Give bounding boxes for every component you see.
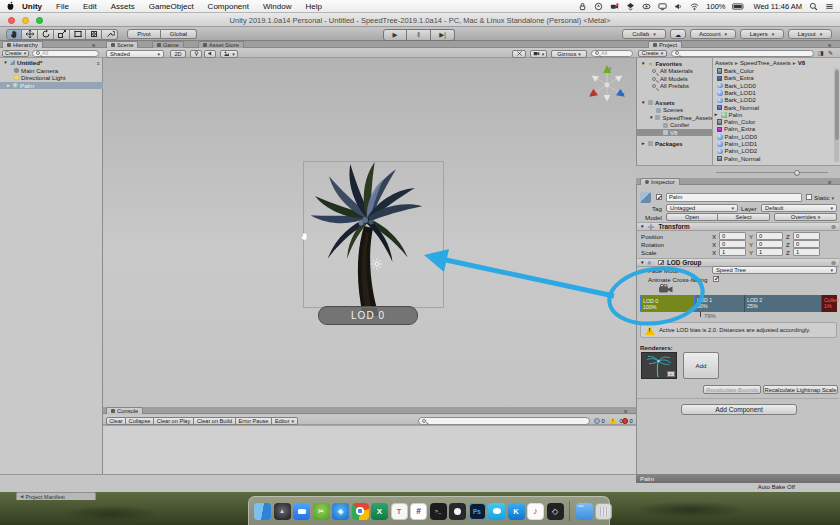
- draw-mode-dropdown[interactable]: Shaded: [106, 50, 164, 58]
- tab-game[interactable]: Game: [152, 41, 184, 48]
- zoom-icon[interactable]: [293, 503, 310, 520]
- dropbox-icon[interactable]: [626, 2, 635, 11]
- recalculate-bounds-button[interactable]: Recalculate Bounds: [703, 385, 761, 394]
- play-button[interactable]: ▶: [383, 29, 407, 41]
- menu-file[interactable]: File: [49, 2, 76, 11]
- airplay-display-icon[interactable]: [658, 2, 667, 11]
- wifi-icon[interactable]: [690, 2, 699, 11]
- messages-icon[interactable]: [488, 503, 505, 520]
- transform-component-header[interactable]: ▼ Transform ⊛: [637, 222, 839, 231]
- lock-icon[interactable]: [578, 2, 587, 11]
- eye-icon[interactable]: [642, 2, 651, 11]
- auto-bake-status[interactable]: Auto Bake Off: [700, 484, 795, 490]
- account-button[interactable]: Account: [690, 29, 736, 39]
- disclosure-closed-icon[interactable]: ►: [641, 141, 646, 146]
- breadcrumb-v8[interactable]: V8: [798, 60, 805, 66]
- project-file-list[interactable]: Assets ▸ SpeedTree_Assets ▸ V8 Bark_Colo…: [712, 58, 840, 165]
- file-row[interactable]: ►Palm: [713, 111, 837, 118]
- gameobject-name-field[interactable]: Palm: [666, 193, 802, 202]
- model-select-button[interactable]: Select: [718, 213, 770, 221]
- sun-gizmo-icon[interactable]: [371, 258, 383, 270]
- breadcrumb-speedtree[interactable]: SpeedTree_Assets: [740, 60, 791, 66]
- breadcrumb-assets[interactable]: Assets: [715, 60, 733, 66]
- github-desktop-icon[interactable]: [449, 503, 466, 520]
- fade-mode-dropdown[interactable]: Speed Tree: [712, 266, 837, 274]
- layers-button[interactable]: Layers: [740, 29, 784, 39]
- battery-icon[interactable]: [732, 2, 746, 11]
- disclosure-open-icon[interactable]: ▼: [640, 224, 644, 229]
- hierarchy-scene-row[interactable]: ▼ Untitled* ≡: [0, 59, 103, 67]
- menu-edit[interactable]: Edit: [76, 2, 104, 11]
- keynote-icon[interactable]: [508, 503, 525, 520]
- slack-icon[interactable]: [410, 503, 427, 520]
- console-info-badge[interactable]: 0: [594, 417, 605, 425]
- console-warning-badge[interactable]: 0: [608, 417, 623, 425]
- tab-scene[interactable]: Scene: [106, 41, 138, 48]
- music-icon[interactable]: [527, 503, 544, 520]
- hierarchy-panel[interactable]: ▼ Untitled* ≡ Main Camera Directional Li…: [0, 58, 103, 474]
- camera-recording-icon[interactable]: [610, 2, 619, 11]
- file-row[interactable]: Palm_Extra: [717, 126, 835, 133]
- global-toggle-button[interactable]: Global: [161, 29, 197, 39]
- collab-button[interactable]: Collab: [622, 29, 666, 39]
- project-breadcrumb[interactable]: Assets ▸ SpeedTree_Assets ▸ V8: [715, 59, 839, 66]
- project-create-button[interactable]: Create: [638, 50, 667, 58]
- culled-bar-segment[interactable]: Culled 1%: [822, 295, 837, 312]
- menu-component[interactable]: Component: [201, 2, 256, 11]
- unity-icon[interactable]: [547, 503, 564, 520]
- project-scrollbar-thumb[interactable]: [835, 70, 839, 140]
- lod2-bar-segment[interactable]: LOD 2 25%: [745, 295, 822, 312]
- project-folder-speedtree[interactable]: ▼SpeedTree_Assets: [637, 114, 713, 121]
- scale-x-field[interactable]: 1: [719, 248, 746, 256]
- thumbnail-size-slider[interactable]: [716, 172, 828, 173]
- disclosure-open-icon[interactable]: ▼: [641, 100, 646, 105]
- tag-dropdown[interactable]: Untagged: [666, 204, 738, 212]
- active-checkbox[interactable]: [656, 194, 662, 200]
- launchpad-icon[interactable]: [274, 503, 291, 520]
- safari-icon[interactable]: [332, 503, 349, 520]
- menu-help[interactable]: Help: [298, 2, 328, 11]
- background-window-title[interactable]: ◀Project Manifest: [16, 492, 96, 500]
- add-renderer-button[interactable]: Add: [683, 352, 719, 379]
- menu-app-name[interactable]: Unity: [15, 2, 49, 11]
- sync-icon[interactable]: [594, 2, 603, 11]
- disclosure-open-icon[interactable]: ▼: [3, 60, 8, 65]
- rotation-y-field[interactable]: 0: [756, 240, 783, 248]
- tab-asset-store[interactable]: Asset Store: [198, 41, 244, 48]
- remove-renderer-button[interactable]: −: [667, 371, 675, 377]
- console-collapse-button[interactable]: Collapse: [126, 417, 154, 425]
- console-editor-dropdown[interactable]: Editor: [272, 417, 298, 425]
- disclosure-closed-icon[interactable]: ►: [6, 83, 11, 88]
- custom-tool-button[interactable]: [102, 29, 118, 40]
- menu-assets[interactable]: Assets: [104, 2, 142, 11]
- project-folder-conifer[interactable]: Conifer: [637, 122, 713, 129]
- scene-effects-toggle[interactable]: [220, 50, 238, 58]
- disclosure-open-icon[interactable]: ▼: [640, 260, 644, 265]
- lod-camera-playhead-icon[interactable]: [658, 284, 674, 294]
- file-row[interactable]: Bark_Color: [717, 68, 835, 75]
- project-folder-scenes[interactable]: Scenes: [637, 107, 713, 114]
- tab-console[interactable]: Console: [106, 407, 143, 414]
- hierarchy-item-directional-light[interactable]: Directional Light: [0, 74, 103, 82]
- file-row[interactable]: Bark_LOD0: [717, 82, 835, 89]
- excel-icon[interactable]: [371, 503, 388, 520]
- scale-z-field[interactable]: 1: [793, 248, 820, 256]
- search-by-type-icon[interactable]: ◨: [818, 49, 824, 56]
- file-row[interactable]: Bark_Normal: [717, 104, 835, 111]
- terminal-icon[interactable]: [430, 503, 447, 520]
- scale-y-field[interactable]: 1: [756, 248, 783, 256]
- static-label[interactable]: Static: [814, 194, 834, 201]
- rotation-z-field[interactable]: 0: [793, 240, 820, 248]
- lod-playhead-tick[interactable]: [700, 312, 701, 317]
- scale-tool-button[interactable]: [54, 29, 70, 40]
- downloads-folder-icon[interactable]: [576, 503, 593, 520]
- menu-gameobject[interactable]: GameObject: [142, 2, 201, 11]
- console-clear-on-play-button[interactable]: Clear on Play: [154, 417, 194, 425]
- tab-project[interactable]: Project: [648, 41, 682, 48]
- scene-lighting-toggle[interactable]: [190, 50, 202, 58]
- renderer-thumbnail[interactable]: −: [641, 352, 677, 379]
- lod0-bar-segment[interactable]: LOD 0 100%: [640, 295, 695, 312]
- rotation-x-field[interactable]: 0: [719, 240, 746, 248]
- console-search-input[interactable]: [418, 417, 590, 425]
- animate-cross-fading-checkbox[interactable]: [713, 276, 719, 282]
